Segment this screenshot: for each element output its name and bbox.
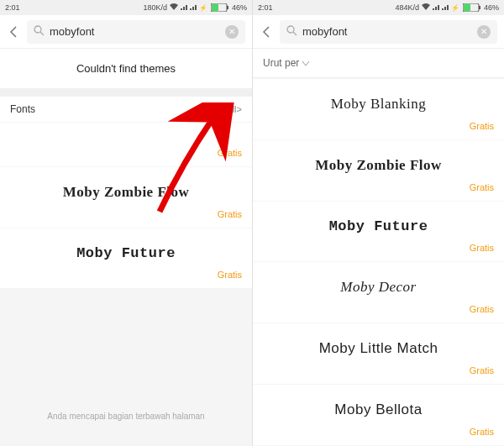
font-price: Gratis — [253, 181, 504, 197]
font-list[interactable]: GratisMoby Zombie FlowGratisMoby FutureG… — [0, 122, 252, 398]
search-icon — [34, 25, 45, 39]
svg-point-3 — [34, 26, 41, 33]
signal-icon — [190, 3, 197, 12]
font-name: Moby Zombie Flow — [0, 179, 252, 207]
back-button[interactable] — [7, 25, 20, 39]
svg-line-4 — [40, 32, 44, 35]
font-price: Gratis — [0, 207, 252, 224]
clock: 2:01 — [5, 3, 143, 12]
svg-rect-7 — [479, 6, 480, 9]
font-name: Moby Zombie Flow — [253, 152, 504, 181]
view-all-link[interactable]: View all> — [205, 104, 242, 114]
font-name: Moby Decor — [253, 274, 504, 302]
search-input[interactable] — [50, 25, 220, 38]
svg-line-9 — [293, 32, 297, 35]
font-card[interactable]: Gratis — [0, 123, 252, 166]
not-found-message: Couldn't find themes — [0, 49, 252, 97]
search-icon — [286, 25, 297, 39]
search-bar: ✕ — [0, 15, 252, 49]
svg-rect-1 — [212, 4, 218, 11]
svg-rect-2 — [227, 6, 228, 9]
battery-icon — [462, 3, 481, 12]
font-price: Gratis — [0, 268, 252, 285]
left-pane: 2:01 180K/d ⚡ 46% — [0, 0, 252, 446]
signal-icon — [181, 3, 187, 12]
clear-icon[interactable]: ✕ — [477, 25, 491, 39]
status-bar: 2:01 484K/d ⚡ 46% — [253, 0, 504, 15]
battery-percent: 46% — [232, 3, 247, 12]
font-list[interactable]: Moby BlankingGratisMoby Zombie FlowGrati… — [253, 78, 504, 446]
font-card[interactable]: Moby FutureGratis — [0, 228, 252, 288]
font-price: Gratis — [253, 425, 504, 442]
clock: 2:01 — [258, 3, 395, 12]
font-card[interactable]: Moby DecorGratis — [253, 262, 504, 323]
font-name: Moby Blanking — [253, 91, 504, 119]
font-name: Moby Bellota — [253, 396, 504, 425]
chevron-down-icon — [302, 57, 309, 69]
signal-icon — [433, 3, 439, 12]
font-card[interactable]: Moby Zombie FlowGratis — [253, 140, 504, 201]
sort-bar[interactable]: Urut per — [253, 49, 504, 78]
search-bar: ✕ — [253, 15, 504, 49]
clear-icon[interactable]: ✕ — [225, 25, 239, 39]
font-name — [0, 134, 252, 146]
font-price: Gratis — [253, 119, 504, 136]
search-input[interactable] — [302, 25, 472, 38]
font-card[interactable]: Moby Zombie FlowGratis — [0, 167, 252, 228]
font-card[interactable]: Moby FutureGratis — [253, 202, 504, 261]
font-name: Moby Future — [253, 213, 504, 241]
lightning-icon: ⚡ — [451, 4, 459, 12]
lightning-icon: ⚡ — [199, 4, 207, 12]
battery-percent: 46% — [484, 3, 499, 12]
font-card[interactable]: Moby BlankingGratis — [253, 79, 504, 139]
font-price: Gratis — [253, 364, 504, 380]
font-price: Gratis — [0, 146, 252, 163]
font-name: Moby Future — [0, 240, 252, 268]
fonts-section-header: Fonts View all> — [0, 97, 252, 122]
wifi-icon — [170, 3, 178, 12]
font-price: Gratis — [253, 241, 504, 258]
net-speed: 484K/d — [395, 3, 419, 12]
back-button[interactable] — [260, 25, 273, 39]
signal-icon — [442, 3, 449, 12]
battery-icon — [210, 3, 229, 12]
net-speed: 180K/d — [143, 3, 167, 12]
font-card[interactable]: Moby Little MatchGratis — [253, 323, 504, 384]
font-card[interactable]: Moby BellotaGratis — [253, 385, 504, 445]
search-box[interactable]: ✕ — [27, 20, 245, 44]
svg-rect-6 — [464, 4, 470, 11]
font-name: Moby Little Match — [253, 335, 504, 364]
right-pane: 2:01 484K/d ⚡ 46% — [252, 0, 504, 446]
font-price: Gratis — [253, 302, 504, 319]
footer-message: Anda mencapai bagian terbawah halaman — [0, 398, 252, 446]
search-box[interactable]: ✕ — [280, 20, 497, 44]
wifi-icon — [422, 3, 430, 12]
svg-point-8 — [287, 26, 294, 33]
section-title: Fonts — [10, 103, 205, 115]
sort-label: Urut per — [263, 57, 299, 69]
status-bar: 2:01 180K/d ⚡ 46% — [0, 0, 252, 15]
